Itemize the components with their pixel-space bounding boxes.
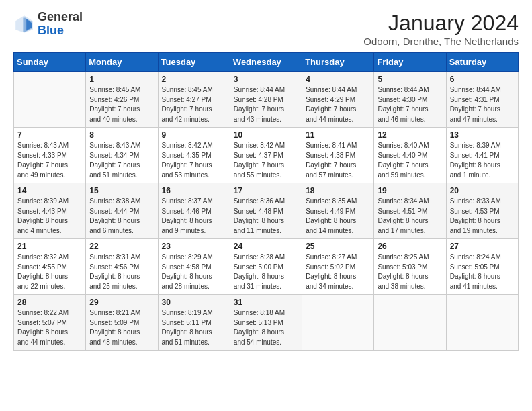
calendar-cell: 18Sunrise: 8:35 AM Sunset: 4:49 PM Dayli… [302, 183, 374, 239]
day-number: 12 [378, 130, 442, 140]
day-number: 10 [234, 130, 298, 140]
day-info: Sunrise: 8:38 AM Sunset: 4:44 PM Dayligh… [89, 197, 154, 236]
calendar-week-4: 21Sunrise: 8:32 AM Sunset: 4:55 PM Dayli… [14, 239, 519, 295]
calendar-cell: 14Sunrise: 8:39 AM Sunset: 4:43 PM Dayli… [14, 183, 86, 239]
day-number: 30 [162, 298, 226, 307]
header-row: SundayMondayTuesdayWednesdayThursdayFrid… [14, 53, 519, 72]
calendar-cell: 6Sunrise: 8:44 AM Sunset: 4:31 PM Daylig… [446, 72, 518, 128]
header-day-wednesday: Wednesday [230, 53, 302, 72]
location-subtitle: Odoorn, Drenthe, The Netherlands [363, 36, 519, 47]
day-info: Sunrise: 8:42 AM Sunset: 4:37 PM Dayligh… [234, 141, 298, 180]
calendar-cell: 16Sunrise: 8:37 AM Sunset: 4:46 PM Dayli… [158, 183, 230, 239]
calendar-cell: 29Sunrise: 8:21 AM Sunset: 5:09 PM Dayli… [86, 295, 158, 351]
day-number: 27 [450, 242, 515, 251]
calendar-body: 1Sunrise: 8:45 AM Sunset: 4:26 PM Daylig… [14, 72, 519, 351]
day-number: 21 [17, 242, 82, 251]
page-header: General Blue January 2024 Odoorn, Drenth… [13, 11, 519, 47]
day-info: Sunrise: 8:25 AM Sunset: 5:03 PM Dayligh… [378, 253, 442, 291]
day-number: 17 [234, 186, 298, 195]
calendar-cell: 11Sunrise: 8:41 AM Sunset: 4:38 PM Dayli… [302, 128, 374, 183]
calendar-cell: 9Sunrise: 8:42 AM Sunset: 4:35 PM Daylig… [158, 128, 230, 183]
calendar-cell [14, 72, 86, 128]
day-info: Sunrise: 8:33 AM Sunset: 4:53 PM Dayligh… [450, 197, 515, 236]
logo-general: General [38, 11, 83, 24]
day-number: 23 [162, 242, 226, 251]
day-info: Sunrise: 8:45 AM Sunset: 4:26 PM Dayligh… [89, 85, 154, 124]
day-info: Sunrise: 8:45 AM Sunset: 4:27 PM Dayligh… [162, 85, 226, 124]
day-info: Sunrise: 8:18 AM Sunset: 5:13 PM Dayligh… [234, 308, 298, 347]
day-info: Sunrise: 8:32 AM Sunset: 4:55 PM Dayligh… [17, 253, 82, 291]
calendar-cell [302, 295, 374, 351]
calendar-cell: 23Sunrise: 8:29 AM Sunset: 4:58 PM Dayli… [158, 239, 230, 295]
day-info: Sunrise: 8:42 AM Sunset: 4:35 PM Dayligh… [162, 141, 226, 180]
day-info: Sunrise: 8:27 AM Sunset: 5:02 PM Dayligh… [306, 253, 370, 291]
day-number: 2 [162, 75, 226, 84]
calendar-cell: 22Sunrise: 8:31 AM Sunset: 4:56 PM Dayli… [86, 239, 158, 295]
day-number: 3 [234, 75, 298, 84]
calendar-cell: 30Sunrise: 8:19 AM Sunset: 5:11 PM Dayli… [158, 295, 230, 351]
calendar-cell: 8Sunrise: 8:43 AM Sunset: 4:34 PM Daylig… [86, 128, 158, 183]
day-info: Sunrise: 8:22 AM Sunset: 5:07 PM Dayligh… [17, 308, 82, 347]
day-number: 7 [17, 130, 82, 140]
day-number: 9 [162, 130, 226, 140]
calendar-cell: 26Sunrise: 8:25 AM Sunset: 5:03 PM Dayli… [374, 239, 446, 295]
day-info: Sunrise: 8:31 AM Sunset: 4:56 PM Dayligh… [89, 253, 154, 291]
day-number: 29 [89, 298, 154, 307]
header-day-tuesday: Tuesday [158, 53, 230, 72]
title-block: January 2024 Odoorn, Drenthe, The Nether… [363, 11, 519, 47]
day-number: 13 [450, 130, 515, 140]
header-day-sunday: Sunday [14, 53, 86, 72]
day-info: Sunrise: 8:37 AM Sunset: 4:46 PM Dayligh… [162, 197, 226, 236]
calendar-cell: 31Sunrise: 8:18 AM Sunset: 5:13 PM Dayli… [230, 295, 302, 351]
calendar-cell: 21Sunrise: 8:32 AM Sunset: 4:55 PM Dayli… [14, 239, 86, 295]
day-number: 24 [234, 242, 298, 251]
calendar-cell: 12Sunrise: 8:40 AM Sunset: 4:40 PM Dayli… [374, 128, 446, 183]
day-info: Sunrise: 8:39 AM Sunset: 4:41 PM Dayligh… [450, 141, 515, 180]
day-info: Sunrise: 8:28 AM Sunset: 5:00 PM Dayligh… [234, 253, 298, 291]
header-day-saturday: Saturday [446, 53, 518, 72]
day-info: Sunrise: 8:44 AM Sunset: 4:28 PM Dayligh… [234, 85, 298, 124]
day-info: Sunrise: 8:34 AM Sunset: 4:51 PM Dayligh… [378, 197, 442, 236]
logo: General Blue [13, 11, 83, 38]
calendar-cell: 3Sunrise: 8:44 AM Sunset: 4:28 PM Daylig… [230, 72, 302, 128]
calendar-week-3: 14Sunrise: 8:39 AM Sunset: 4:43 PM Dayli… [14, 183, 519, 239]
day-number: 26 [378, 242, 442, 251]
day-info: Sunrise: 8:44 AM Sunset: 4:30 PM Dayligh… [378, 85, 442, 124]
calendar-cell [374, 295, 446, 351]
logo-text: General Blue [38, 11, 83, 38]
day-number: 28 [17, 298, 82, 307]
calendar-cell: 2Sunrise: 8:45 AM Sunset: 4:27 PM Daylig… [158, 72, 230, 128]
calendar-cell: 17Sunrise: 8:36 AM Sunset: 4:48 PM Dayli… [230, 183, 302, 239]
header-day-monday: Monday [86, 53, 158, 72]
day-info: Sunrise: 8:39 AM Sunset: 4:43 PM Dayligh… [17, 197, 82, 236]
calendar-week-1: 1Sunrise: 8:45 AM Sunset: 4:26 PM Daylig… [14, 72, 519, 128]
day-info: Sunrise: 8:29 AM Sunset: 4:58 PM Dayligh… [162, 253, 226, 291]
day-number: 6 [450, 75, 515, 84]
day-number: 5 [378, 75, 442, 84]
header-day-thursday: Thursday [302, 53, 374, 72]
logo-blue: Blue [38, 24, 83, 38]
day-number: 11 [306, 130, 370, 140]
day-number: 16 [162, 186, 226, 195]
day-number: 19 [378, 186, 442, 195]
day-number: 31 [234, 298, 298, 307]
month-title: January 2024 [363, 11, 519, 36]
day-info: Sunrise: 8:43 AM Sunset: 4:34 PM Dayligh… [89, 141, 154, 180]
calendar-cell: 7Sunrise: 8:43 AM Sunset: 4:33 PM Daylig… [14, 128, 86, 183]
calendar-cell: 19Sunrise: 8:34 AM Sunset: 4:51 PM Dayli… [374, 183, 446, 239]
calendar-cell: 28Sunrise: 8:22 AM Sunset: 5:07 PM Dayli… [14, 295, 86, 351]
day-number: 8 [89, 130, 154, 140]
day-number: 4 [306, 75, 370, 84]
calendar-header: SundayMondayTuesdayWednesdayThursdayFrid… [14, 53, 519, 72]
calendar-cell [446, 295, 518, 351]
calendar-cell: 13Sunrise: 8:39 AM Sunset: 4:41 PM Dayli… [446, 128, 518, 183]
day-number: 22 [89, 242, 154, 251]
calendar-cell: 1Sunrise: 8:45 AM Sunset: 4:26 PM Daylig… [86, 72, 158, 128]
day-info: Sunrise: 8:40 AM Sunset: 4:40 PM Dayligh… [378, 141, 442, 180]
calendar-cell: 20Sunrise: 8:33 AM Sunset: 4:53 PM Dayli… [446, 183, 518, 239]
day-number: 14 [17, 186, 82, 195]
day-info: Sunrise: 8:19 AM Sunset: 5:11 PM Dayligh… [162, 308, 226, 347]
day-number: 18 [306, 186, 370, 195]
day-number: 1 [89, 75, 154, 84]
calendar-cell: 27Sunrise: 8:24 AM Sunset: 5:05 PM Dayli… [446, 239, 518, 295]
